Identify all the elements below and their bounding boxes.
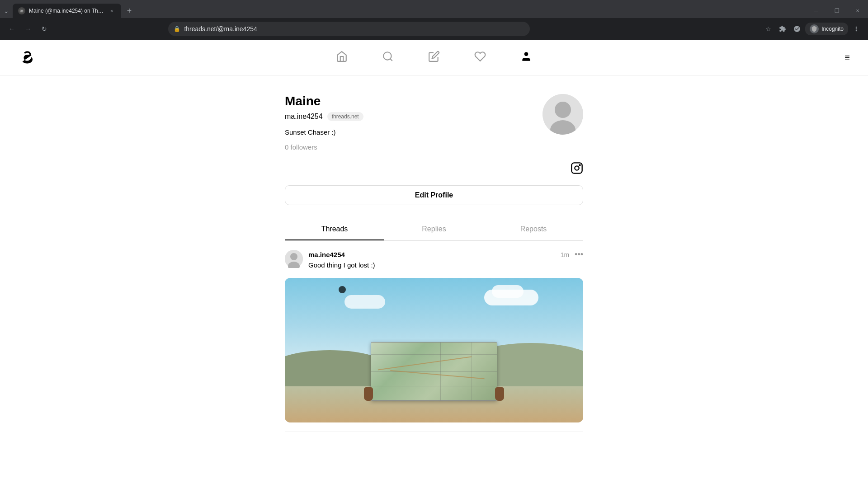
profile-header: Maine ma.ine4254 threads.net Sunset Chas… bbox=[285, 94, 583, 176]
address-text: threads.net/@ma.ine4254 bbox=[184, 25, 524, 33]
window-controls: ─ ❐ × bbox=[806, 2, 868, 20]
bookmark-button[interactable]: ☆ bbox=[762, 23, 774, 35]
profile-right-section bbox=[542, 94, 583, 176]
browser-chrome: ⌄ @ Maine (@ma.ine4254) on Threa... × + … bbox=[0, 0, 868, 40]
home-nav-button[interactable] bbox=[332, 47, 351, 69]
tab-replies[interactable]: Replies bbox=[384, 219, 484, 240]
profile-platform-badge: threads.net bbox=[327, 112, 363, 121]
profile-tabs: Threads Replies Reposts bbox=[285, 219, 583, 241]
tab-close-button[interactable]: × bbox=[108, 7, 116, 15]
post-timestamp: 1m bbox=[561, 251, 569, 258]
activity-nav-button[interactable] bbox=[471, 47, 490, 69]
toolbar: ← → ↻ 🔒 threads.net/@ma.ine4254 ☆ Incogn… bbox=[0, 18, 868, 40]
window-close-button[interactable]: × bbox=[847, 2, 868, 20]
chrome-menu-button[interactable] bbox=[850, 23, 863, 35]
edit-profile-button[interactable]: Edit Profile bbox=[285, 185, 583, 205]
tab-threads[interactable]: Threads bbox=[285, 219, 384, 240]
instagram-link-button[interactable] bbox=[571, 162, 583, 176]
svg-line-3 bbox=[390, 59, 392, 61]
post-avatar bbox=[285, 250, 303, 268]
tab-list-button[interactable]: ⌄ bbox=[0, 7, 13, 14]
toolbar-right: ☆ Incognito bbox=[762, 23, 863, 35]
post-text: Good thing I got lost :) bbox=[308, 261, 583, 269]
profile-followers: 0 followers bbox=[285, 143, 542, 151]
profile-container: Maine ma.ine4254 threads.net Sunset Chas… bbox=[276, 76, 592, 450]
search-nav-button[interactable] bbox=[378, 47, 397, 69]
incognito-button[interactable]: Incognito bbox=[805, 23, 848, 35]
address-bar[interactable]: 🔒 threads.net/@ma.ine4254 bbox=[168, 22, 530, 36]
svg-rect-8 bbox=[571, 163, 582, 173]
profile-info: Maine ma.ine4254 threads.net Sunset Chas… bbox=[285, 94, 542, 151]
profile-name: Maine bbox=[285, 94, 542, 108]
forward-button[interactable]: → bbox=[22, 23, 34, 35]
app-header: ≡ bbox=[0, 40, 868, 76]
page-content: ≡ Maine ma.ine4254 threads.net Sunset Ch… bbox=[0, 40, 868, 488]
post-item: ma.ine4254 1m ••• Good thing I got lost … bbox=[285, 241, 583, 432]
active-tab[interactable]: @ Maine (@ma.ine4254) on Threa... × bbox=[13, 4, 121, 18]
svg-point-9 bbox=[575, 166, 579, 170]
profile-avatar bbox=[542, 94, 583, 135]
post-photo bbox=[285, 278, 583, 422]
nav-icons bbox=[332, 47, 536, 69]
svg-point-2 bbox=[383, 52, 391, 60]
compose-nav-button[interactable] bbox=[425, 47, 443, 69]
post-username: ma.ine4254 bbox=[308, 251, 345, 258]
profile-icon[interactable] bbox=[791, 23, 803, 35]
incognito-label: Incognito bbox=[821, 26, 844, 32]
profile-nav-button[interactable] bbox=[517, 47, 536, 69]
post-more-button[interactable]: ••• bbox=[575, 250, 583, 259]
extensions-button[interactable] bbox=[776, 23, 789, 35]
svg-point-10 bbox=[579, 164, 580, 165]
restore-button[interactable]: ❐ bbox=[826, 2, 847, 20]
back-button[interactable]: ← bbox=[5, 23, 18, 35]
header-right: ≡ bbox=[844, 52, 850, 63]
svg-point-4 bbox=[524, 52, 528, 56]
svg-text:@: @ bbox=[20, 9, 23, 12]
profile-username: ma.ine4254 bbox=[285, 113, 323, 121]
profile-bio: Sunset Chaser :) bbox=[285, 128, 542, 136]
svg-point-6 bbox=[555, 102, 571, 118]
minimize-button[interactable]: ─ bbox=[806, 2, 826, 20]
security-icon: 🔒 bbox=[174, 26, 180, 32]
post-image bbox=[285, 278, 583, 422]
post-header: ma.ine4254 1m ••• Good thing I got lost … bbox=[285, 250, 583, 274]
profile-username-row: ma.ine4254 threads.net bbox=[285, 112, 542, 121]
threads-logo[interactable] bbox=[18, 47, 36, 69]
reload-button[interactable]: ↻ bbox=[38, 23, 51, 35]
tab-bar: ⌄ @ Maine (@ma.ine4254) on Threa... × + … bbox=[0, 0, 868, 18]
post-meta: ma.ine4254 1m ••• Good thing I got lost … bbox=[308, 250, 583, 274]
hamburger-menu-button[interactable]: ≡ bbox=[844, 52, 850, 63]
tab-title: Maine (@ma.ine4254) on Threa... bbox=[29, 8, 104, 14]
new-tab-button[interactable]: + bbox=[123, 5, 136, 17]
incognito-icon bbox=[810, 24, 819, 33]
svg-point-12 bbox=[290, 253, 297, 260]
tab-favicon: @ bbox=[18, 7, 25, 14]
tab-reposts[interactable]: Reposts bbox=[484, 219, 583, 240]
